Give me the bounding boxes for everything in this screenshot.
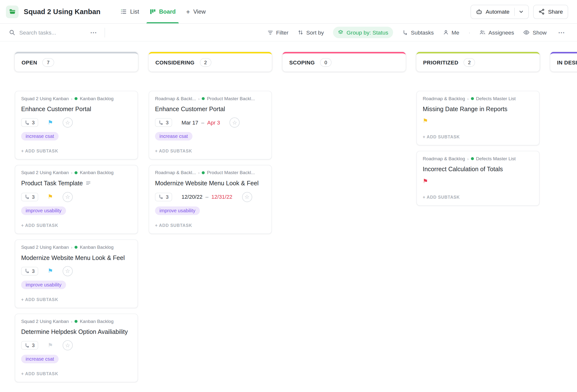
- column-header[interactable]: IN DESI: [550, 52, 577, 71]
- task-title[interactable]: Enhance Customer Portal: [155, 105, 265, 113]
- task-title[interactable]: Incorrect Calculation of Totals: [423, 165, 533, 173]
- automate-button[interactable]: Automate: [470, 5, 529, 19]
- search-input[interactable]: [19, 29, 88, 36]
- star-icon[interactable]: ☆: [242, 192, 252, 202]
- breadcrumb-location[interactable]: Squad 2 Using Kanban: [21, 96, 69, 101]
- task-card[interactable]: Roadmap & Backl... › Product Master Back…: [149, 165, 272, 234]
- breadcrumb[interactable]: Squad 2 Using Kanban › Kanban Backlog: [21, 170, 132, 175]
- column-header[interactable]: PRIORITIZED 2: [416, 52, 540, 71]
- task-card[interactable]: Roadmap & Backlog › Defects Master List …: [416, 151, 540, 206]
- priority-flag-icon[interactable]: ⚑: [48, 268, 53, 274]
- priority-flag-icon[interactable]: ⚑: [423, 178, 428, 184]
- task-card[interactable]: Squad 2 Using Kanban › Kanban Backlog Pr…: [15, 165, 138, 234]
- task-title[interactable]: Modernize Website Menu Look & Feel: [155, 179, 265, 187]
- date-range[interactable]: 12/20/22 – 12/31/22: [181, 194, 232, 200]
- chevron-down-icon[interactable]: [519, 9, 524, 14]
- task-title[interactable]: Missing Date Range in Reports: [423, 105, 533, 113]
- breadcrumb-list[interactable]: Product Master Backl...: [207, 96, 255, 101]
- task-card[interactable]: Squad 2 Using Kanban › Kanban Backlog En…: [15, 91, 138, 159]
- breadcrumb-list[interactable]: Kanban Backlog: [80, 319, 114, 324]
- subtasks-button[interactable]: Subtasks: [402, 29, 434, 36]
- add-view-button[interactable]: + View: [181, 0, 211, 23]
- subtask-count[interactable]: 3: [21, 193, 38, 201]
- task-title[interactable]: Determine Helpdesk Option Availiability: [21, 327, 132, 336]
- sort-button[interactable]: Sort by: [298, 29, 324, 36]
- add-subtask-button[interactable]: + ADD SUBTASK: [21, 295, 58, 304]
- priority-flag-icon[interactable]: ⚑: [48, 120, 53, 125]
- filter-button[interactable]: Filter: [267, 29, 288, 36]
- breadcrumb[interactable]: Squad 2 Using Kanban › Kanban Backlog: [21, 96, 132, 101]
- star-icon[interactable]: ☆: [63, 340, 72, 350]
- list-status-dot: [202, 97, 205, 100]
- priority-flag-icon[interactable]: ⚑: [48, 194, 53, 200]
- task-title[interactable]: Product Task Template: [21, 179, 132, 187]
- group-by-button[interactable]: Group by: Status: [333, 27, 393, 38]
- add-subtask-button[interactable]: + ADD SUBTASK: [21, 221, 58, 230]
- task-card[interactable]: Squad 2 Using Kanban › Kanban Backlog De…: [15, 314, 138, 382]
- search-more-icon[interactable]: ⋯: [88, 29, 99, 37]
- task-title[interactable]: Modernize Website Menu Look & Feel: [21, 253, 132, 262]
- add-subtask-button[interactable]: + ADD SUBTASK: [21, 369, 58, 378]
- breadcrumb-list[interactable]: Kanban Backlog: [80, 170, 114, 175]
- add-subtask-button[interactable]: + ADD SUBTASK: [21, 147, 58, 156]
- breadcrumb-list[interactable]: Defects Master List: [476, 96, 516, 101]
- breadcrumb-location[interactable]: Roadmap & Backl...: [155, 170, 196, 175]
- breadcrumb-location[interactable]: Squad 2 Using Kanban: [21, 244, 69, 249]
- priority-flag-icon[interactable]: ⚑: [423, 118, 428, 124]
- breadcrumb[interactable]: Roadmap & Backlog › Defects Master List: [423, 156, 533, 161]
- add-subtask-button[interactable]: + ADD SUBTASK: [155, 221, 192, 230]
- tab-list[interactable]: List: [115, 0, 144, 23]
- subtask-count[interactable]: 3: [21, 267, 38, 275]
- add-subtask-button[interactable]: + ADD SUBTASK: [423, 193, 460, 202]
- star-icon[interactable]: ☆: [63, 266, 72, 276]
- task-title[interactable]: Enhance Customer Portal: [21, 105, 132, 113]
- card-list: Roadmap & Backl... › Product Master Back…: [149, 91, 272, 234]
- task-card[interactable]: Roadmap & Backlog › Defects Master List …: [416, 91, 540, 145]
- subtask-count[interactable]: 3: [155, 118, 172, 127]
- add-subtask-button[interactable]: + ADD SUBTASK: [423, 133, 460, 142]
- breadcrumb[interactable]: Roadmap & Backl... › Product Master Back…: [155, 96, 265, 101]
- subtask-count[interactable]: 3: [21, 118, 38, 127]
- tag[interactable]: improve usability: [155, 206, 200, 215]
- breadcrumb-list[interactable]: Kanban Backlog: [80, 96, 114, 101]
- breadcrumb[interactable]: Roadmap & Backl... › Product Master Back…: [155, 170, 265, 175]
- breadcrumb[interactable]: Squad 2 Using Kanban › Kanban Backlog: [21, 319, 132, 324]
- tag[interactable]: improve usability: [21, 281, 66, 289]
- breadcrumb-location[interactable]: Squad 2 Using Kanban: [21, 319, 69, 324]
- column-header[interactable]: OPEN 7: [15, 52, 138, 71]
- subtask-count[interactable]: 3: [155, 193, 172, 201]
- tab-board[interactable]: Board: [144, 0, 181, 23]
- task-card[interactable]: Squad 2 Using Kanban › Kanban Backlog Mo…: [15, 239, 138, 308]
- breadcrumb-list[interactable]: Defects Master List: [476, 156, 516, 161]
- date-range[interactable]: Mar 17 – Apr 3: [181, 120, 220, 125]
- breadcrumb-list[interactable]: Kanban Backlog: [80, 244, 114, 249]
- tag[interactable]: increase csat: [21, 132, 58, 141]
- star-icon[interactable]: ☆: [63, 118, 72, 128]
- star-icon[interactable]: ☆: [63, 192, 72, 202]
- me-button[interactable]: Me: [443, 29, 459, 36]
- breadcrumb[interactable]: Roadmap & Backlog › Defects Master List: [423, 96, 533, 101]
- breadcrumb-location[interactable]: Squad 2 Using Kanban: [21, 170, 69, 175]
- breadcrumb-location[interactable]: Roadmap & Backlog: [423, 156, 465, 161]
- breadcrumb-location[interactable]: Roadmap & Backl...: [155, 96, 196, 101]
- assignees-button[interactable]: Assignees: [479, 29, 514, 36]
- show-button[interactable]: Show: [523, 29, 547, 36]
- breadcrumb[interactable]: Squad 2 Using Kanban › Kanban Backlog: [21, 244, 132, 249]
- column-header[interactable]: SCOPING 0: [283, 52, 406, 71]
- list-status-dot: [202, 172, 205, 174]
- tag[interactable]: increase csat: [155, 132, 192, 141]
- folder-icon[interactable]: [6, 5, 18, 18]
- breadcrumb-location[interactable]: Roadmap & Backlog: [423, 96, 465, 101]
- task-card[interactable]: Roadmap & Backl... › Product Master Back…: [149, 91, 272, 159]
- tag[interactable]: increase csat: [21, 355, 58, 363]
- column-count-badge: 2: [464, 58, 475, 67]
- tag[interactable]: improve usability: [21, 206, 66, 215]
- subtask-count[interactable]: 3: [21, 341, 38, 350]
- add-subtask-button[interactable]: + ADD SUBTASK: [155, 147, 192, 156]
- priority-flag-icon[interactable]: ⚑: [48, 342, 53, 348]
- breadcrumb-list[interactable]: Product Master Backl...: [207, 170, 255, 175]
- share-button[interactable]: Share: [533, 5, 568, 19]
- toolbar-more-icon[interactable]: ⋯: [556, 29, 567, 37]
- column-header[interactable]: CONSIDERING 2: [149, 52, 272, 71]
- star-icon[interactable]: ☆: [230, 118, 240, 128]
